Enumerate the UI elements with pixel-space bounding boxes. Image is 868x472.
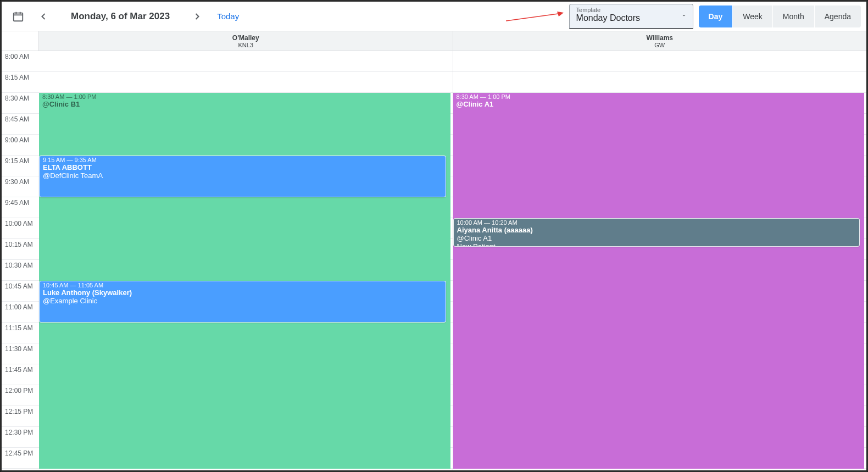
calendar-column[interactable]: 8:30 AM — 1:00 PM@Clinic A110:00 AM — 10…	[453, 51, 867, 470]
next-day-button[interactable]	[186, 5, 208, 27]
calendar-scroll[interactable]: 8:00 AM8:15 AM8:30 AM8:45 AM9:00 AM9:15 …	[2, 51, 866, 470]
time-label: 11:45 AM	[2, 364, 39, 385]
time-label: 10:45 AM	[2, 281, 39, 302]
event-line: Luke Anthony (Skywalker)	[43, 288, 442, 297]
calendar-columns: 8:30 AM — 1:00 PM@Clinic B19:15 AM — 9:3…	[39, 51, 866, 470]
column-sub: KNL3	[238, 42, 253, 48]
column-headers: O'Malley KNL3 Williams GW	[2, 31, 866, 51]
column-name: O'Malley	[232, 34, 259, 42]
calendar-icon[interactable]	[7, 5, 29, 27]
column-header: O'Malley KNL3	[39, 31, 453, 51]
event-location: @Clinic B1	[42, 100, 447, 108]
time-label: 8:00 AM	[2, 51, 39, 72]
event-time: 10:45 AM — 11:05 AM	[43, 282, 442, 288]
time-label: 11:00 AM	[2, 302, 39, 323]
event-line: ELTA ABBOTT	[43, 163, 442, 171]
availability-block[interactable]: 8:30 AM — 1:00 PM@Clinic A1	[453, 93, 865, 469]
time-label: 9:15 AM	[2, 156, 39, 176]
time-label: 11:30 AM	[2, 343, 39, 364]
event-line: @DefClinic TeamA	[43, 171, 442, 180]
view-toggle: Day Week Month Agenda	[699, 5, 861, 27]
view-month-button[interactable]: Month	[773, 5, 815, 27]
column-header: Williams GW	[453, 31, 867, 51]
time-gutter-header	[2, 31, 39, 51]
grid-row[interactable]	[39, 469, 453, 470]
column-name: Williams	[646, 34, 673, 42]
app-frame: Monday, 6 of Mar 2023 Today Template Mon…	[0, 0, 868, 472]
appointment[interactable]: 9:15 AM — 9:35 AMELTA ABBOTT@DefClinic T…	[39, 156, 446, 197]
grid-row[interactable]	[39, 51, 453, 72]
time-label: 12:15 PM	[2, 406, 39, 427]
event-time: 9:15 AM — 9:35 AM	[43, 157, 442, 163]
time-label: 8:30 AM	[2, 93, 39, 114]
time-label: 8:15 AM	[2, 72, 39, 93]
template-select[interactable]: Template Monday Doctors	[569, 4, 693, 29]
event-location: @Clinic A1	[457, 100, 861, 108]
time-label: 9:00 AM	[2, 135, 39, 156]
appointment[interactable]: 10:45 AM — 11:05 AMLuke Anthony (Skywalk…	[39, 281, 446, 323]
grid-row[interactable]	[39, 72, 453, 93]
event-line: @Clinic A1	[457, 234, 856, 242]
toolbar-left: Monday, 6 of Mar 2023 Today	[7, 5, 244, 27]
time-label: 8:45 AM	[2, 114, 39, 135]
event-time: 10:00 AM — 10:20 AM	[457, 219, 856, 226]
prev-day-button[interactable]	[32, 5, 54, 27]
view-day-button[interactable]: Day	[699, 5, 733, 27]
toolbar: Monday, 6 of Mar 2023 Today Template Mon…	[2, 2, 866, 31]
grid-row[interactable]	[453, 51, 867, 72]
template-select-value: Monday Doctors	[576, 13, 676, 23]
time-label: 12:30 PM	[2, 427, 39, 448]
time-label: 1:00 PM	[2, 469, 39, 470]
chevron-down-icon	[681, 11, 687, 21]
calendar-grid: 8:00 AM8:15 AM8:30 AM8:45 AM9:00 AM9:15 …	[2, 51, 866, 470]
svg-rect-0	[14, 13, 23, 21]
time-column: 8:00 AM8:15 AM8:30 AM8:45 AM9:00 AM9:15 …	[2, 51, 39, 470]
template-select-label: Template	[576, 7, 676, 13]
event-time: 8:30 AM — 1:00 PM	[42, 93, 447, 100]
column-sub: GW	[654, 42, 665, 48]
time-label: 12:45 PM	[2, 448, 39, 469]
view-week-button[interactable]: Week	[733, 5, 773, 27]
event-line: Aiyana Anitta (aaaaaa)	[457, 226, 856, 234]
event-time: 8:30 AM — 1:00 PM	[457, 93, 861, 100]
time-label: 12:00 PM	[2, 385, 39, 406]
calendar-column[interactable]: 8:30 AM — 1:00 PM@Clinic B19:15 AM — 9:3…	[39, 51, 453, 470]
current-date-label: Monday, 6 of Mar 2023	[58, 11, 183, 22]
appointment[interactable]: 10:00 AM — 10:20 AMAiyana Anitta (aaaaaa…	[453, 218, 860, 247]
view-agenda-button[interactable]: Agenda	[815, 5, 861, 27]
time-label: 11:15 AM	[2, 323, 39, 343]
time-label: 10:00 AM	[2, 218, 39, 239]
time-label: 10:15 AM	[2, 239, 39, 260]
grid-row[interactable]	[453, 72, 867, 93]
time-label: 9:30 AM	[2, 176, 39, 197]
event-line: @Example Clinic	[43, 297, 442, 305]
today-button[interactable]: Today	[212, 12, 244, 21]
event-line: New Patient	[457, 242, 856, 247]
time-label: 10:30 AM	[2, 260, 39, 281]
grid-row[interactable]	[453, 469, 867, 470]
time-label: 9:45 AM	[2, 197, 39, 218]
